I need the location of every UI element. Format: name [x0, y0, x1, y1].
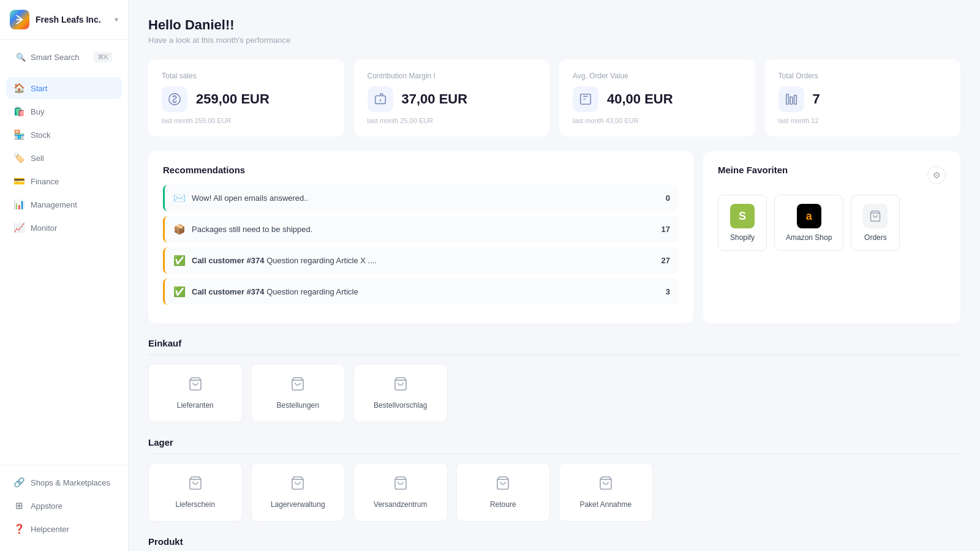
svg-rect-5	[794, 96, 796, 105]
sell-icon: 🏷️	[13, 152, 24, 163]
sidebar-item-label: Sell	[31, 154, 44, 163]
stat-card-3: Total Orders 7 last month 12	[765, 59, 961, 137]
fav-label-amazon: Amazon Shop	[786, 233, 832, 242]
lieferschein-label: Lieferschein	[175, 500, 215, 509]
rec-text-0: Wow! All open emails answered..	[192, 193, 309, 203]
stock-icon: 🏪	[13, 129, 24, 140]
bestellvorschlag-label: Bestellvorschlag	[374, 401, 427, 410]
einkauf-card-bestellvorschlag[interactable]: Bestellvorschlag	[353, 364, 448, 422]
einkauf-grid: LieferantenBestellungenBestellvorschlag	[148, 364, 960, 422]
stat-sub-1: last month 25,00 EUR	[368, 117, 537, 124]
fav-label-shopify: Shopify	[730, 233, 755, 242]
rec-item-0[interactable]: ✉️ Wow! All open emails answered.. 0	[163, 185, 679, 211]
lager-title: Lager	[148, 437, 960, 454]
lager-card-lagerverwaltung[interactable]: Lagerverwaltung	[251, 463, 345, 522]
sidebar-item-label: Start	[31, 84, 47, 93]
sidebar-item-label: Management	[31, 200, 77, 209]
helpcenter-icon: ❓	[13, 523, 24, 534]
rec-icon-0: ✉️	[173, 192, 186, 204]
versandzentrum-label: Versandzentrum	[374, 500, 427, 509]
sidebar-item-helpcenter[interactable]: ❓Helpcenter	[6, 518, 122, 540]
rec-text-3: Call customer #374 Question regarding Ar…	[192, 287, 358, 296]
stat-value-1: 37,00 EUR	[402, 91, 537, 107]
einkauf-card-bestellungen[interactable]: Bestellungen	[251, 364, 345, 422]
produkt-title: Produkt	[148, 536, 960, 551]
lieferschein-icon	[188, 476, 203, 494]
sidebar-item-appstore[interactable]: ⊞Appstore	[6, 495, 122, 517]
sidebar-item-stock[interactable]: 🏪Stock	[6, 124, 122, 146]
smart-search-label: Smart Search	[31, 53, 79, 62]
fav-item-shopify[interactable]: SShopify	[718, 195, 767, 251]
sidebar-item-shops[interactable]: 🔗Shops & Marketplaces	[6, 471, 122, 493]
page-subtitle: Have a look at this month's performance	[148, 36, 960, 45]
lager-card-paket-annahme[interactable]: Paket Annahme	[559, 463, 653, 522]
fav-item-orders[interactable]: Orders	[851, 195, 900, 251]
smart-search-button[interactable]: 🔍 Smart Search ⌘K	[6, 45, 122, 70]
bestellungen-icon	[290, 377, 305, 395]
favorites-title: Meine Favoriten	[718, 165, 788, 175]
page-header: Hello Daniel!! Have a look at this month…	[148, 17, 960, 45]
sidebar: Fresh Leafs Inc. ▾ 🔍 Smart Search ⌘K 🏠St…	[0, 0, 129, 551]
sidebar-bottom: 🔗Shops & Marketplaces⊞Appstore❓Helpcente…	[0, 465, 128, 551]
lager-card-retoure[interactable]: Retoure	[456, 463, 551, 522]
favorites-header: Meine Favoriten ⚙	[718, 165, 946, 185]
chevron-down-icon: ▾	[115, 15, 118, 24]
sidebar-item-label: Stock	[31, 130, 51, 140]
paket-annahme-icon	[598, 476, 613, 494]
stat-label-2: Avg. Order Value	[573, 72, 742, 80]
rec-count-3: 3	[655, 287, 670, 296]
rec-item-2[interactable]: ✅ Call customer #374 Question regarding …	[163, 247, 679, 274]
favorites-grid: SShopifyaAmazon Shop Orders	[718, 195, 946, 251]
sidebar-item-management[interactable]: 📊Management	[6, 193, 122, 216]
favorites-settings-button[interactable]: ⚙	[927, 166, 946, 184]
fav-label-orders: Orders	[864, 233, 887, 242]
search-icon: 🔍	[16, 53, 26, 62]
stat-icon-3	[778, 86, 804, 112]
lager-card-lieferschein[interactable]: Lieferschein	[148, 463, 243, 522]
produkt-section: Produkt	[148, 536, 960, 551]
versandzentrum-icon	[393, 476, 408, 494]
lager-card-versandzentrum[interactable]: Versandzentrum	[353, 463, 448, 522]
stat-value-0: 259,00 EUR	[196, 91, 331, 107]
stat-sub-0: last month 259,00 EUR	[162, 117, 331, 124]
stat-cards: Total sales 259,00 EUR last month 259,00…	[148, 59, 960, 137]
sidebar-item-start[interactable]: 🏠Start	[6, 77, 122, 99]
search-shortcut: ⌘K	[94, 52, 112, 62]
svg-rect-3	[786, 94, 788, 105]
stat-card-0: Total sales 259,00 EUR last month 259,00…	[148, 59, 344, 137]
paket-annahme-label: Paket Annahme	[579, 500, 631, 509]
lager-grid: LieferscheinLagerverwaltungVersandzentru…	[148, 463, 960, 522]
retoure-label: Retoure	[490, 500, 516, 509]
lieferanten-icon	[188, 377, 203, 395]
sidebar-item-sell[interactable]: 🏷️Sell	[6, 147, 122, 169]
rec-item-3[interactable]: ✅ Call customer #374 Question regarding …	[163, 279, 679, 305]
recommendations-card: Recommendations ✉️ Wow! All open emails …	[148, 151, 693, 323]
rec-text-1: Packages still need to be shipped.	[192, 225, 312, 234]
monitor-icon: 📈	[13, 222, 24, 233]
rec-icon-3: ✅	[173, 286, 186, 298]
fav-item-amazon[interactable]: aAmazon Shop	[774, 195, 843, 251]
rec-text-2: Call customer #374 Question regarding Ar…	[192, 256, 377, 265]
retoure-icon	[496, 476, 510, 494]
lager-section: Lager LieferscheinLagerverwaltungVersand…	[148, 437, 960, 522]
einkauf-card-lieferanten[interactable]: Lieferanten	[148, 364, 243, 422]
orders-icon	[863, 204, 888, 228]
rec-count-0: 0	[655, 193, 670, 203]
favorites-card: Meine Favoriten ⚙ SShopifyaAmazon Shop O…	[703, 151, 960, 323]
bestellungen-label: Bestellungen	[277, 401, 319, 410]
sidebar-item-buy[interactable]: 🛍️Buy	[6, 100, 122, 122]
sidebar-item-label: Buy	[31, 107, 44, 116]
brand-name: Fresh Leafs Inc.	[36, 15, 108, 24]
rec-item-1[interactable]: 📦 Packages still need to be shipped. 17	[163, 216, 679, 242]
stat-sub-2: last month 43,00 EUR	[573, 117, 742, 124]
stat-icon-1	[368, 86, 393, 112]
brand-header[interactable]: Fresh Leafs Inc. ▾	[0, 0, 128, 40]
brand-logo	[10, 10, 29, 29]
finance-icon: 💳	[13, 176, 24, 187]
sidebar-item-finance[interactable]: 💳Finance	[6, 170, 122, 192]
page-greeting: Hello Daniel!!	[148, 17, 960, 33]
appstore-icon: ⊞	[13, 500, 24, 511]
stat-label-1: Contribution Margin I	[368, 72, 537, 80]
sidebar-item-monitor[interactable]: 📈Monitor	[6, 217, 122, 239]
einkauf-section: Einkauf LieferantenBestellungenBestellvo…	[148, 338, 960, 422]
